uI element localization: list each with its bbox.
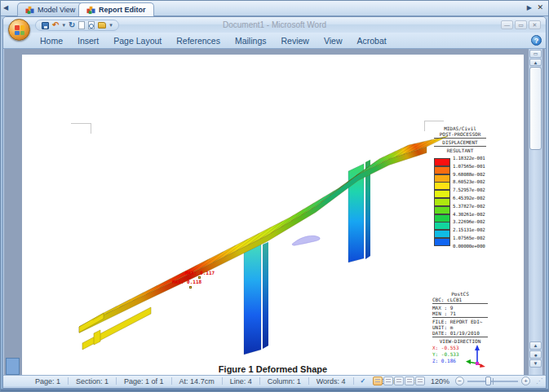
zoom-level[interactable]: 120% — [431, 377, 449, 385]
status-item[interactable]: At: 14.7cm — [172, 377, 222, 385]
ribbon-tab-view[interactable]: View — [317, 33, 350, 49]
spellcheck-icon[interactable]: ✓ — [361, 377, 366, 385]
legend-value: 6.45392e-002 — [453, 196, 485, 200]
word-window: ↶ ▾ ↻ ▾ Document1 - Microsoft Word — ▭ ✕… — [2, 16, 547, 389]
ribbon-tab-mailings[interactable]: Mailings — [228, 33, 274, 49]
legend-swatch — [434, 222, 450, 230]
legend-title-line: POST-PROCESSOR — [432, 131, 488, 137]
view-shortcut-buttons — [373, 377, 425, 385]
word-titlebar: ↶ ▾ ↻ ▾ Document1 - Microsoft Word — ▭ ✕ — [3, 17, 546, 33]
legend-swatch — [434, 174, 450, 183]
statusbar-right-cluster: 120% − + ⋰ — [373, 376, 542, 386]
max-annotation-1: MAX: 0.117 — [185, 270, 215, 275]
legend-swatch — [434, 190, 450, 198]
minimize-button[interactable]: — — [501, 20, 513, 29]
legend-value: 7.52957e-002 — [453, 187, 485, 192]
web-layout-view-button[interactable] — [394, 377, 404, 385]
tabbar-close-icon[interactable]: ✕ — [537, 3, 543, 11]
tab-label: Model View — [38, 6, 75, 14]
office-logo-icon — [15, 25, 24, 35]
scroll-up-icon[interactable]: ▲ — [529, 59, 542, 66]
legend-value: 0.00000e+000 — [453, 244, 485, 249]
next-page-button[interactable]: ▼ — [529, 359, 542, 368]
tab-scroll-left-icon[interactable]: ◀ — [3, 4, 8, 11]
legend-value: 1.07565e-002 — [453, 236, 485, 240]
window-buttons: — ▭ ✕ — [501, 20, 541, 29]
document-area: MAX: 0.117 MAX: 0.118 MIDAS/Civil POST-P… — [4, 49, 545, 375]
zoom-slider-thumb[interactable] — [485, 377, 491, 385]
print-preview-icon[interactable] — [88, 21, 95, 29]
tab-scroll-right-icon[interactable]: ▶ — [527, 4, 532, 11]
status-item[interactable]: Section: 1 — [69, 377, 116, 385]
status-item[interactable]: Line: 4 — [223, 377, 259, 385]
legend-swatch — [434, 166, 450, 174]
legend-value: 2.15131e-002 — [453, 227, 485, 232]
legend-info-block: PostCS CBC: cLCB1 MAX : 9 MIN : 71 FILE:… — [432, 291, 488, 372]
status-separator — [353, 377, 354, 385]
zoom-slider[interactable] — [467, 377, 518, 385]
legend-max-label: MAX : 9 — [432, 305, 488, 311]
midas-icon — [86, 6, 95, 15]
ribbon-tab-insert[interactable]: Insert — [70, 33, 106, 49]
vertical-scrollbar[interactable]: ▭ ▲ ▲ ● ▼ — [529, 49, 542, 375]
zoom-out-button[interactable]: − — [455, 377, 464, 385]
max-node-marker-2 — [189, 286, 192, 288]
view-y-value: Y: -0.533 — [432, 351, 459, 358]
undo-icon[interactable]: ↶ — [52, 21, 59, 29]
legend-swatch — [434, 206, 450, 214]
view-z-value: Z: 0.186 — [432, 358, 459, 364]
legend-swatch — [434, 182, 450, 190]
legend-title-line: MIDAS/Civil — [432, 126, 488, 131]
legend-value: 3.22696e-002 — [453, 219, 485, 224]
zoom-in-button[interactable]: + — [521, 377, 530, 385]
legend-swatch — [434, 198, 450, 206]
ribbon-tab-references[interactable]: References — [169, 33, 228, 49]
ribbon-tab-page-layout[interactable]: Page Layout — [106, 33, 169, 49]
status-item[interactable]: Page: 1 — [28, 377, 68, 385]
max-annotation-2: MAX: 0.118 — [172, 279, 201, 284]
status-item[interactable]: Words: 4 — [309, 377, 353, 385]
app-bottom-edge — [1, 389, 548, 391]
office-button[interactable] — [8, 19, 30, 41]
document-page: MAX: 0.117 MAX: 0.118 MIDAS/Civil POST-P… — [22, 55, 524, 375]
legend-value: 4.30261e-002 — [453, 212, 485, 217]
legend-swatch — [434, 230, 450, 238]
ruler-toggle-button[interactable]: ▭ — [529, 50, 542, 58]
tab-model-view[interactable]: Model View — [17, 2, 83, 16]
legend-swatch — [434, 214, 450, 222]
horizontal-scrollbar-thumb[interactable] — [6, 358, 20, 375]
legend-min-label: MIN : 71 — [432, 311, 488, 316]
legend-color-scale: 1.18322e-0011.07565e-0019.68088e-0028.60… — [432, 156, 488, 255]
status-item[interactable]: Page: 1 of 1 — [117, 377, 171, 385]
ribbon-tab-acrobat[interactable]: Acrobat — [349, 33, 393, 49]
legend-swatch — [434, 238, 450, 246]
outline-view-button[interactable] — [405, 377, 414, 385]
legend-value: 9.68088e-002 — [453, 172, 485, 177]
print-layout-view-button[interactable] — [373, 377, 383, 385]
undo-dropdown-icon[interactable]: ▾ — [62, 21, 65, 29]
fullscreen-reading-view-button[interactable] — [383, 377, 393, 385]
legend-value: 1.18322e-001 — [453, 156, 485, 161]
ribbon-tab-home[interactable]: Home — [33, 33, 70, 49]
close-button[interactable]: ✕ — [529, 20, 541, 29]
legend-cb-label: CBC: cLCB1 — [432, 297, 488, 302]
legend-value: 8.60523e-002 — [453, 179, 485, 184]
draft-view-button[interactable] — [415, 377, 425, 385]
previous-page-button[interactable]: ▲ — [529, 341, 542, 350]
ribbon-tab-review[interactable]: Review — [273, 33, 316, 49]
vertical-scrollbar-thumb[interactable] — [529, 67, 542, 150]
redo-icon[interactable]: ↻ — [69, 21, 75, 29]
legend-view-direction-title: VIEW-DIRECTION — [432, 338, 488, 344]
legend-title-line: DISPLACEMENT — [432, 139, 488, 145]
tab-report-editor[interactable]: Report Editor — [78, 2, 154, 16]
save-icon[interactable] — [42, 22, 49, 29]
legend-swatch — [434, 158, 450, 166]
help-button[interactable]: ? — [531, 35, 542, 46]
restore-button[interactable]: ▭ — [515, 20, 527, 29]
status-item[interactable]: Column: 1 — [260, 377, 308, 385]
browse-object-button[interactable]: ● — [529, 350, 542, 359]
resize-grip-icon[interactable]: ⋰ — [536, 377, 542, 385]
new-document-icon[interactable] — [78, 21, 85, 29]
application-window: ◀ Model View Report Editor ▶ ✕ ↶ ▾ ↻ — [0, 0, 549, 392]
status-bar: Page: 1Section: 1Page: 1 of 1At: 14.7cmL… — [3, 375, 546, 386]
